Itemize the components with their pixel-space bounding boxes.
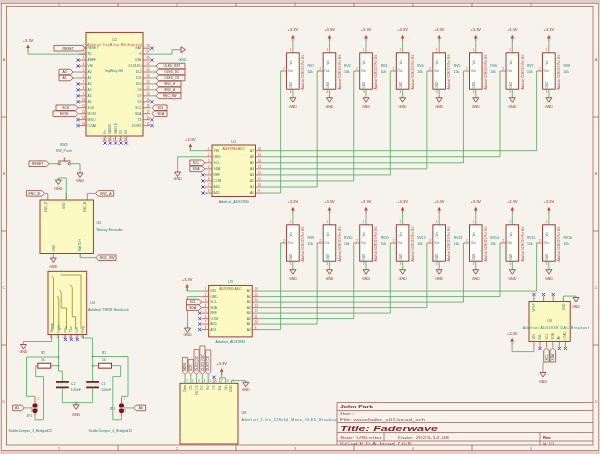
svg-text:10k: 10k bbox=[308, 242, 314, 246]
svg-text:SCK: SCK bbox=[62, 106, 70, 110]
svg-text:BAT: BAT bbox=[136, 46, 142, 50]
svg-text:Vin: Vin bbox=[472, 60, 476, 65]
svg-text:A6: A6 bbox=[250, 155, 254, 159]
svg-text:File: wavefader_v01.kicad_sch: File: wavefader_v01.kicad_sch bbox=[340, 417, 425, 422]
svg-text:Out: Out bbox=[507, 241, 512, 245]
svg-text:Out: Out bbox=[434, 69, 439, 73]
svg-text:RV12: RV12 bbox=[417, 236, 426, 240]
svg-text:+3.3V: +3.3V bbox=[397, 199, 408, 204]
svg-text:AREF: AREF bbox=[88, 58, 97, 62]
svg-text:Vin: Vin bbox=[435, 232, 439, 237]
svg-text:VHI: VHI bbox=[88, 64, 93, 68]
svg-text:RV11: RV11 bbox=[381, 236, 389, 240]
svg-text:U8: U8 bbox=[242, 411, 247, 415]
svg-text:23: 23 bbox=[147, 74, 151, 78]
svg-text:LDAC: LDAC bbox=[564, 331, 568, 340]
svg-text:GND: GND bbox=[399, 81, 403, 89]
svg-text:Adafruit SC6021S Pot 10k: Adafruit SC6021S Pot 10k bbox=[374, 54, 378, 90]
svg-text:GND: GND bbox=[325, 105, 333, 109]
svg-text:RV8: RV8 bbox=[563, 64, 570, 68]
svg-text:2: 2 bbox=[176, 3, 178, 7]
svg-text:10k: 10k bbox=[308, 70, 314, 74]
svg-text:Adafruit SC6021S Pot 10k: Adafruit SC6021S Pot 10k bbox=[338, 226, 342, 262]
svg-text:10k: 10k bbox=[344, 242, 350, 246]
svg-text:+3.3V: +3.3V bbox=[470, 199, 481, 204]
svg-text:D2/A6: D2/A6 bbox=[88, 124, 97, 128]
svg-text:A5: A5 bbox=[88, 100, 92, 104]
svg-text:12: 12 bbox=[82, 110, 86, 114]
svg-text:11: 11 bbox=[82, 104, 85, 108]
svg-text:SCL: SCL bbox=[214, 161, 221, 165]
svg-text:Adafruit SC6021S Pot 10k: Adafruit SC6021S Pot 10k bbox=[557, 54, 561, 90]
svg-text:Out: Out bbox=[544, 241, 549, 245]
svg-text:D9: D9 bbox=[137, 88, 141, 92]
svg-text:A0: A0 bbox=[250, 191, 254, 195]
svg-text:4: 4 bbox=[412, 447, 414, 451]
svg-text:10k: 10k bbox=[490, 70, 496, 74]
svg-text:D13/LED: D13/LED bbox=[129, 64, 143, 68]
svg-text:MOSI: MOSI bbox=[88, 112, 96, 116]
svg-text:19: 19 bbox=[123, 138, 127, 142]
svg-text:SWITCH: SWITCH bbox=[78, 240, 82, 252]
svg-text:SDA: SDA bbox=[157, 112, 165, 116]
svg-text:16: 16 bbox=[258, 147, 262, 151]
svg-text:SCL: SCL bbox=[210, 300, 217, 304]
svg-text:A0: A0 bbox=[247, 328, 251, 332]
svg-text:GND: GND bbox=[562, 303, 566, 311]
svg-text:Adafruit_1.5in_128x64_Mono_OLE: Adafruit_1.5in_128x64_Mono_OLED_Breakout bbox=[242, 418, 338, 422]
svg-text:GND: GND bbox=[19, 350, 27, 354]
svg-text:OLED_DC: OLED_DC bbox=[164, 70, 180, 74]
svg-text:A0: A0 bbox=[88, 70, 92, 74]
svg-text:28: 28 bbox=[147, 44, 151, 48]
svg-text:GND: GND bbox=[214, 155, 222, 159]
svg-text:A3: A3 bbox=[88, 88, 92, 92]
svg-text:100nF: 100nF bbox=[101, 388, 112, 392]
svg-text:+3.3V: +3.3V bbox=[216, 361, 227, 366]
svg-text:Vin: Vin bbox=[289, 60, 293, 65]
svg-text:ENC_A: ENC_A bbox=[164, 88, 176, 92]
svg-text:10k: 10k bbox=[344, 70, 350, 74]
svg-text:U5: U5 bbox=[97, 221, 102, 225]
svg-text:15: 15 bbox=[258, 153, 262, 157]
svg-text:GND: GND bbox=[210, 295, 218, 299]
svg-text:GND: GND bbox=[72, 413, 80, 417]
svg-text:+3.3V: +3.3V bbox=[185, 137, 196, 142]
svg-text:+3.3V: +3.3V bbox=[288, 27, 299, 32]
svg-text:10k: 10k bbox=[490, 242, 496, 246]
svg-text:RV1: RV1 bbox=[308, 64, 315, 68]
svg-text:GND: GND bbox=[399, 253, 403, 261]
svg-text:ADS7830 ADC: ADS7830 ADC bbox=[223, 147, 246, 151]
svg-text:CS: CS bbox=[212, 385, 216, 389]
svg-text:Adafruit SC6021S Pot 10k: Adafruit SC6021S Pot 10k bbox=[338, 54, 342, 90]
svg-text:+3.3V: +3.3V bbox=[507, 331, 518, 336]
svg-text:COM: COM bbox=[210, 317, 218, 321]
svg-text:Vin: Vin bbox=[435, 60, 439, 65]
svg-text:GND: GND bbox=[362, 277, 370, 281]
svg-text:Vin: Vin bbox=[326, 232, 330, 237]
svg-text:AD1: AD1 bbox=[210, 328, 217, 332]
svg-text:11: 11 bbox=[258, 177, 261, 181]
svg-text:14: 14 bbox=[258, 159, 262, 163]
svg-text:VREF: VREF bbox=[532, 303, 536, 311]
svg-text:COM: COM bbox=[214, 179, 222, 183]
svg-text:Adafruit_ADS7830: Adafruit_ADS7830 bbox=[219, 200, 249, 204]
svg-text:10k: 10k bbox=[381, 70, 387, 74]
svg-text:A1: A1 bbox=[15, 406, 19, 410]
svg-text:A1: A1 bbox=[247, 322, 251, 326]
svg-text:4: 4 bbox=[412, 3, 414, 7]
svg-text:1k: 1k bbox=[41, 358, 45, 362]
svg-text:GND: GND bbox=[472, 81, 476, 89]
svg-text:Adafruit SC6021S Pot 10k: Adafruit SC6021S Pot 10k bbox=[411, 54, 415, 90]
svg-text:D10: D10 bbox=[136, 82, 142, 86]
svg-text:A3: A3 bbox=[250, 173, 254, 177]
svg-text:1: 1 bbox=[58, 3, 60, 7]
svg-text:RESET: RESET bbox=[63, 47, 74, 51]
svg-text:RV5: RV5 bbox=[454, 64, 461, 68]
svg-text:Left: Left bbox=[75, 327, 79, 332]
svg-text:+3.3V: +3.3V bbox=[361, 27, 372, 32]
svg-text:13: 13 bbox=[255, 304, 259, 308]
svg-text:13: 13 bbox=[82, 116, 86, 120]
svg-text:GND: GND bbox=[545, 81, 549, 89]
svg-text:U2: U2 bbox=[112, 38, 117, 42]
svg-text:Adafruit SC6021S Pot 10k: Adafruit SC6021S Pot 10k bbox=[447, 54, 451, 90]
